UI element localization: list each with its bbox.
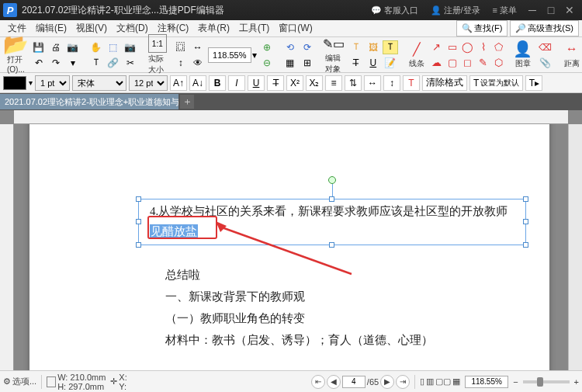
add-image-icon[interactable]: 🖼 [365, 40, 381, 54]
menu-form[interactable]: 表单(R) [193, 20, 234, 36]
options-button[interactable]: ⚙选项... [3, 376, 36, 387]
fit-visible-icon[interactable]: 👁 [190, 56, 206, 70]
fit-height-icon[interactable]: ↕ [173, 56, 189, 70]
rotate-left-icon[interactable]: ⟲ [282, 40, 298, 54]
subscript-icon[interactable]: X₂ [306, 75, 323, 91]
view-cont-icon[interactable]: ▥ [426, 376, 434, 387]
zoom-out-status-icon[interactable]: − [513, 377, 518, 387]
document-tab[interactable]: 2021.07.02理论精讲2-职业理念+职业道德知与（讲...✕ [0, 94, 178, 109]
rotate-right-icon[interactable]: ⟳ [300, 40, 315, 54]
menu-window[interactable]: 窗口(W) [274, 20, 317, 36]
hex-shape-icon[interactable]: ⬡ [492, 56, 506, 70]
polygon-shape-icon[interactable]: ⬠ [492, 40, 506, 54]
textcolor-icon[interactable]: T [403, 75, 420, 91]
zoom-dd-icon[interactable]: ▾ [252, 50, 257, 61]
find-button[interactable]: 🔍查找(F) [456, 20, 508, 36]
menu-edit[interactable]: 编辑(E) [31, 20, 71, 36]
select-icon[interactable]: ⬚ [106, 40, 121, 54]
view-facing-icon[interactable]: ▢▢ [435, 376, 451, 387]
zoom-input[interactable] [208, 47, 251, 63]
view-single-icon[interactable]: ▯ [420, 376, 424, 387]
charspace-icon[interactable]: ↔ [364, 75, 381, 91]
doc-line-4[interactable]: 一、新课改背景下的教师观 [165, 290, 305, 304]
text-select-icon[interactable]: Ｔ [88, 56, 104, 70]
print-icon[interactable]: 🖨 [48, 40, 64, 54]
callout-shape-icon[interactable]: ◻ [461, 56, 475, 70]
save-icon[interactable]: 💾 [31, 40, 47, 54]
doc-line-3[interactable]: 总结啦 [165, 268, 200, 283]
main-menu-button[interactable]: ≡菜单 [487, 3, 523, 18]
handle-tm[interactable] [329, 196, 334, 202]
open-tool[interactable]: 📂打开(O)... [3, 34, 29, 76]
pencil-shape-icon[interactable]: ✎ [476, 56, 490, 70]
guides-icon[interactable]: ⊞ [300, 56, 315, 70]
zoom-out-icon[interactable]: ⊖ [259, 56, 275, 70]
last-page-icon[interactable]: ⇥ [396, 375, 410, 389]
bold-icon[interactable]: B [209, 75, 226, 91]
link-icon[interactable]: 🔗 [106, 56, 121, 70]
more-fmt-icon[interactable]: T▸ [525, 75, 542, 91]
menu-view[interactable]: 视图(V) [71, 20, 112, 36]
attach-icon[interactable]: 📎 [538, 56, 553, 70]
font-size-select[interactable]: 12 pt [129, 75, 168, 91]
spacing-icon[interactable]: ⇅ [345, 75, 362, 91]
add-text-icon[interactable]: Ｔ [348, 40, 364, 54]
handle-tr[interactable] [523, 196, 528, 202]
zoom-in-status-icon[interactable]: + [574, 377, 579, 387]
handle-br[interactable] [523, 242, 528, 248]
eraser-icon[interactable]: ⌫ [538, 40, 553, 54]
doc-line-5[interactable]: （一）教师职业角色的转变 [165, 311, 305, 326]
page-input[interactable] [342, 376, 365, 388]
handle-bl[interactable] [136, 242, 141, 248]
actual-size-tool[interactable]: 1:1实际大小 [144, 32, 171, 78]
prev-page-icon[interactable]: ◀ [327, 375, 341, 389]
font-inc-icon[interactable]: A↑ [170, 75, 187, 91]
oval-shape-icon[interactable]: ◯ [461, 40, 475, 54]
highlight-icon[interactable]: Ｔ [383, 40, 398, 54]
set-default-button[interactable]: T设置为默认 [469, 75, 523, 91]
underline-icon[interactable]: U [365, 56, 381, 70]
hand-icon[interactable]: ✋ [88, 40, 104, 54]
font-select[interactable]: 宋体 [72, 75, 126, 91]
strikeout-icon[interactable]: T̶ [348, 56, 364, 70]
minimize-button[interactable]: ─ [523, 4, 542, 16]
line-tool[interactable]: ╱线条 [404, 38, 429, 71]
scale-icon[interactable]: ↕ [383, 75, 400, 91]
handle-bm[interactable] [329, 242, 334, 248]
more-icon[interactable]: ▾ [65, 56, 81, 70]
strike-btn-icon[interactable]: T̶ [267, 75, 284, 91]
line-width-select[interactable]: 1 pt [35, 75, 70, 91]
new-tab-button[interactable]: ＋ [180, 95, 194, 109]
view-cont-facing-icon[interactable]: ▦ [452, 376, 460, 387]
polyline-shape-icon[interactable]: ⌇ [476, 40, 490, 54]
clear-format-button[interactable]: 清除格式 [422, 75, 467, 91]
zoom-slider[interactable] [523, 380, 570, 383]
edit-object-tool[interactable]: ✎▭编辑对象 [321, 33, 346, 77]
snapshot-icon[interactable]: 📷 [123, 40, 138, 54]
undo-icon[interactable]: ↶ [31, 56, 47, 70]
color-swatch[interactable] [3, 76, 26, 90]
fit-page-icon[interactable]: ⿴ [173, 40, 189, 54]
superscript-icon[interactable]: X² [286, 75, 303, 91]
grid-icon[interactable]: ▦ [282, 56, 298, 70]
adv-find-button[interactable]: 🔎高级查找(S) [510, 20, 579, 36]
doc-line-6[interactable]: 材料中：教书（启发、诱导）；育人（道德、心理） [165, 333, 433, 348]
rotate-handle[interactable] [328, 176, 336, 184]
italic-icon[interactable]: I [228, 75, 245, 91]
scan-icon[interactable]: 📷 [65, 40, 81, 54]
maximize-button[interactable]: □ [542, 4, 560, 16]
font-dec-icon[interactable]: A↓ [189, 75, 206, 91]
handle-tl[interactable] [136, 196, 141, 202]
canvas[interactable]: 4.从学校与社区的关系来看，新课程要求教师应该是社区型的开放教师 见醋放盐 总结… [14, 124, 568, 370]
redo-icon[interactable]: ↷ [48, 56, 64, 70]
zoom-in-icon[interactable]: ⊕ [259, 40, 275, 54]
distance-tool[interactable]: ↔距离 [559, 38, 582, 71]
support-button[interactable]: 💬客服入口 [365, 3, 424, 18]
next-page-icon[interactable]: ▶ [380, 375, 394, 389]
rect2-shape-icon[interactable]: ▢ [445, 56, 459, 70]
menu-tools[interactable]: 工具(T) [234, 20, 274, 36]
scrollbar-vertical[interactable] [568, 124, 582, 370]
zoom-status-input[interactable] [465, 376, 508, 388]
login-button[interactable]: 👤注册/登录 [424, 3, 487, 18]
underline-btn-icon[interactable]: U [248, 75, 265, 91]
